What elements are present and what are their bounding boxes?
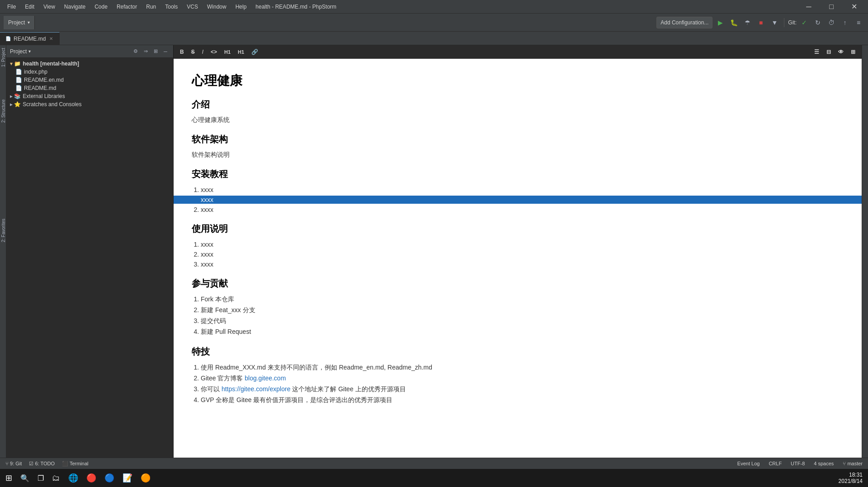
tree-label-readme-md: README.md — [24, 85, 56, 91]
editor-body: 1: Project 2: Structure 2: Favorites Pro… — [0, 45, 868, 458]
list-item: xxxx — [201, 206, 844, 214]
tree-item-index-php[interactable]: 📄 index.php — [6, 68, 173, 76]
link-button[interactable]: 🔗 — [249, 48, 261, 56]
settings-gear-icon[interactable]: ⚙ — [132, 47, 140, 56]
event-log-button[interactable]: Event Log — [736, 460, 762, 467]
tree-item-readme-en[interactable]: 📄 README.en.md — [6, 76, 173, 84]
terminal-label: Terminal — [70, 461, 89, 466]
git-section: Git: ✓ ↻ ⏱ ↑ ≡ — [788, 17, 864, 28]
task-view-button[interactable]: ❐ — [34, 470, 47, 486]
git-branch-button[interactable]: ⑂ master — [841, 460, 864, 467]
git-more-button[interactable]: ≡ — [853, 17, 864, 28]
git-update-button[interactable]: ↻ — [812, 17, 824, 28]
toolbar-left: Project ▾ — [4, 16, 35, 29]
tree-scratches[interactable]: ▸ ⭐ Scratches and Consoles — [6, 100, 173, 108]
tab-readme-md[interactable]: 📄 README.md ✕ — [0, 32, 60, 45]
scroll-to-editor-icon[interactable]: ⇒ — [142, 47, 150, 56]
h1-button[interactable]: H1 — [222, 48, 233, 56]
tab-label: README.md — [14, 36, 46, 42]
md-list-usage: xxxx xxxx xxxx — [201, 240, 844, 268]
menu-refactor[interactable]: Refactor — [113, 3, 141, 11]
separator — [784, 18, 784, 27]
top-toolbar: Project ▾ Add Configuration... ▶ 🐛 ☂ ■ ▼… — [0, 14, 868, 32]
line-ending-button[interactable]: CRLF — [767, 460, 783, 467]
menu-window[interactable]: Window — [203, 3, 230, 11]
phpstorm-button[interactable]: 🟠 — [137, 470, 154, 486]
md-title: 心理健康 — [192, 72, 844, 89]
git-panel-button[interactable]: ⑂ 9: Git — [4, 460, 24, 467]
structure-panel-tab[interactable]: 2: Structure — [0, 97, 6, 126]
maximize-button[interactable]: □ — [821, 0, 842, 14]
close-button[interactable]: ✕ — [844, 0, 864, 14]
add-configuration-button[interactable]: Add Configuration... — [656, 17, 712, 28]
view-mode-grid[interactable]: ⊞ — [848, 48, 858, 56]
list-item: 新建 Feat_xxx 分支 — [201, 306, 844, 315]
chevron-down-icon: ▾ — [28, 20, 30, 25]
menu-run[interactable]: Run — [142, 3, 160, 11]
expand-all-icon[interactable]: ⊞ — [151, 47, 160, 56]
start-button[interactable]: ⊞ — [2, 470, 16, 486]
list-item: Fork 本仓库 — [201, 295, 844, 304]
right-side-panel — [862, 45, 868, 458]
tree-root-item[interactable]: ▾ 📁 health [mental-health] — [6, 60, 173, 68]
run-with-coverage-button[interactable]: ☂ — [741, 17, 753, 28]
edge-button[interactable]: 🌐 — [65, 470, 82, 486]
encoding-button[interactable]: UTF-8 — [789, 460, 807, 467]
menu-edit[interactable]: Edit — [21, 3, 38, 11]
editor-tabs: 📄 README.md ✕ — [0, 32, 868, 45]
gitee-blog-link[interactable]: blog.gitee.com — [245, 375, 286, 382]
tree-external-libraries[interactable]: ▸ 📚 External Libraries — [6, 92, 173, 100]
bold-button[interactable]: B — [177, 48, 187, 56]
project-label: Project — [10, 48, 27, 55]
view-mode-split[interactable]: ⊟ — [824, 48, 834, 56]
git-history-button[interactable]: ⏱ — [826, 17, 837, 28]
menu-code[interactable]: Code — [91, 3, 111, 11]
git-branch-icon: ⑂ — [843, 461, 846, 466]
collapse-panel-icon[interactable]: ─ — [161, 47, 170, 56]
code-button[interactable]: <> — [208, 48, 220, 56]
h2-button[interactable]: H1 — [235, 48, 247, 56]
menu-help[interactable]: Help — [232, 3, 250, 11]
view-mode-preview[interactable]: 👁 — [835, 48, 846, 56]
taskbar: ⊞ 🔍 ❐ 🗂 🌐 🔴 🔵 📝 🟠 18:31 2021/8/14 — [0, 469, 868, 487]
italic-button[interactable]: I — [199, 48, 206, 56]
view-mode-text[interactable]: ☰ — [811, 48, 822, 56]
search-button[interactable]: 🔍 — [17, 470, 33, 486]
menu-tools[interactable]: Tools — [161, 3, 181, 11]
list-item: xxxx — [201, 250, 844, 258]
app-button-3[interactable]: 📝 — [119, 470, 136, 486]
git-push-button[interactable]: ↑ — [839, 17, 851, 28]
menu-view[interactable]: View — [40, 3, 59, 11]
project-panel-tab[interactable]: 1: Project — [0, 45, 6, 70]
menu-file[interactable]: File — [4, 3, 19, 11]
favorites-panel-tab[interactable]: 2: Favorites — [0, 216, 6, 245]
todo-icon: ☑ — [29, 461, 33, 466]
tree-label-index-php: index.php — [24, 69, 47, 75]
explorer-button[interactable]: 🗂 — [48, 470, 64, 486]
line-ending-label: CRLF — [769, 461, 782, 466]
strikethrough-button[interactable]: S — [189, 48, 198, 56]
todo-panel-button[interactable]: ☑ 6: TODO — [27, 460, 57, 467]
menu-vcs[interactable]: VCS — [183, 3, 202, 11]
stop-button[interactable]: ■ — [755, 17, 767, 28]
tab-close-button[interactable]: ✕ — [48, 36, 54, 42]
minimize-button[interactable]: ─ — [798, 0, 819, 14]
project-tab[interactable]: Project ▾ — [4, 16, 35, 29]
app-button-1[interactable]: 🔴 — [83, 470, 100, 486]
indent-button[interactable]: 4 spaces — [812, 460, 835, 467]
editor-format-toolbar: B S I <> H1 H1 🔗 ☰ ⊟ 👁 ⊞ — [174, 45, 862, 59]
run-button[interactable]: ▶ — [714, 17, 726, 28]
toolbar-right: Add Configuration... ▶ 🐛 ☂ ■ ▼ Git: ✓ ↻ … — [656, 17, 864, 28]
terminal-button[interactable]: ⬛ Terminal — [60, 460, 90, 467]
folder-icon: ▾ 📁 — [10, 61, 21, 67]
debug-button[interactable]: 🐛 — [728, 17, 740, 28]
md-list-install: xxxx xxxx xxxx — [201, 186, 844, 214]
more-run-options[interactable]: ▼ — [769, 17, 780, 28]
menu-navigate[interactable]: Navigate — [61, 3, 89, 11]
tree-item-readme-md[interactable]: 📄 README.md — [6, 84, 173, 92]
explore-link[interactable]: https://gitee.com/explore — [222, 385, 291, 393]
encoding-label: UTF-8 — [791, 461, 805, 466]
add-configuration-label: Add Configuration... — [660, 19, 708, 26]
git-check-button[interactable]: ✓ — [798, 17, 810, 28]
app-button-2[interactable]: 🔵 — [101, 470, 118, 486]
